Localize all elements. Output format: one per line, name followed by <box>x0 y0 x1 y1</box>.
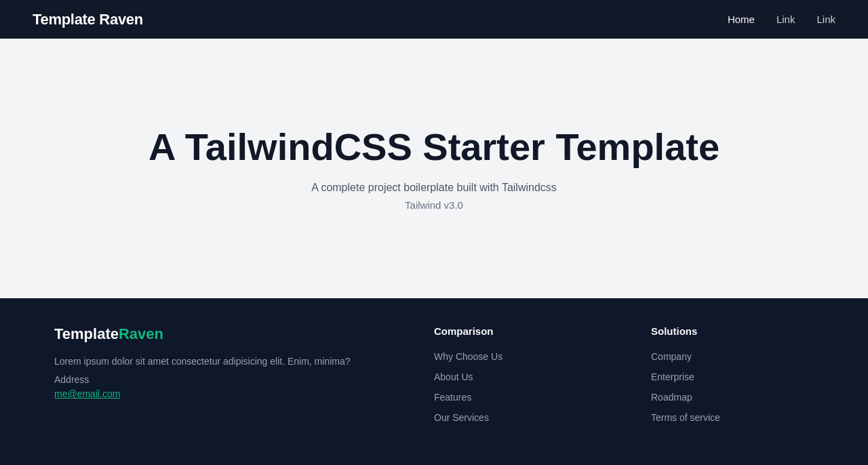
nav-link-2[interactable]: Link <box>816 14 835 25</box>
hero-version: Tailwind v3.0 <box>405 199 463 211</box>
list-item: Why Choose Us <box>434 350 597 363</box>
footer-comparison-links: Why Choose Us About Us Features Our Serv… <box>434 350 597 424</box>
footer-link-about-us[interactable]: About Us <box>434 371 473 382</box>
hero-section: A TailwindCSS Starter Template A complet… <box>0 39 868 298</box>
nav-link-1[interactable]: Link <box>776 14 795 25</box>
list-item: Features <box>434 391 597 403</box>
footer-link-enterprise[interactable]: Enterprise <box>651 371 694 382</box>
footer-link-company[interactable]: Company <box>651 351 692 362</box>
footer-link-roadmap[interactable]: Roadmap <box>651 392 692 403</box>
footer-link-terms[interactable]: Terms of service <box>651 412 720 423</box>
footer-address: Address <box>54 374 380 385</box>
footer-brand-column: TemplateRaven Lorem ipsum dolor sit amet… <box>54 325 380 438</box>
hero-subtitle: A complete project boilerplate built wit… <box>311 182 557 194</box>
list-item: Terms of service <box>651 411 814 424</box>
list-item: About Us <box>434 371 597 383</box>
footer-brand: TemplateRaven <box>54 325 380 343</box>
footer-solutions-title: Solutions <box>651 325 814 337</box>
footer-link-why-choose-us[interactable]: Why Choose Us <box>434 351 502 362</box>
footer: TemplateRaven Lorem ipsum dolor sit amet… <box>0 298 868 465</box>
footer-solutions-column: Solutions Company Enterprise Roadmap Ter… <box>651 325 814 438</box>
list-item: Roadmap <box>651 391 814 403</box>
navbar-brand: Template Raven <box>33 11 143 28</box>
footer-brand-accent: Raven <box>119 325 163 342</box>
nav-link-home[interactable]: Home <box>728 14 755 25</box>
footer-comparison-title: Comparison <box>434 325 597 337</box>
footer-link-features[interactable]: Features <box>434 392 471 403</box>
navbar: Template Raven Home Link Link <box>0 0 868 39</box>
list-item: Enterprise <box>651 371 814 383</box>
navbar-links: Home Link Link <box>728 14 835 25</box>
footer-brand-text: Template <box>54 325 119 342</box>
list-item: Our Services <box>434 411 597 424</box>
hero-title: A TailwindCSS Starter Template <box>149 126 719 168</box>
footer-description: Lorem ipsum dolor sit amet consectetur a… <box>54 354 380 369</box>
footer-link-our-services[interactable]: Our Services <box>434 412 489 423</box>
list-item: Company <box>651 350 814 363</box>
footer-email[interactable]: me@email.com <box>54 388 120 399</box>
footer-solutions-links: Company Enterprise Roadmap Terms of serv… <box>651 350 814 424</box>
footer-comparison-column: Comparison Why Choose Us About Us Featur… <box>434 325 597 438</box>
